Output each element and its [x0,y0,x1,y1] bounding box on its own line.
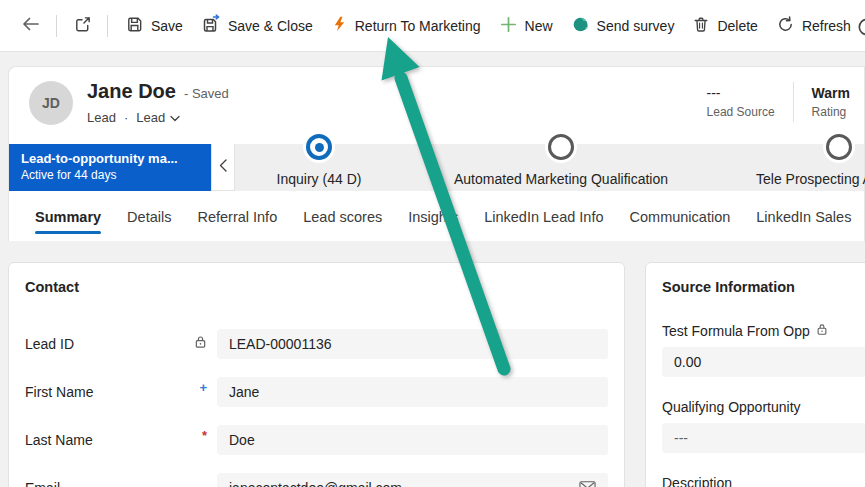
back-button[interactable] [14,9,48,43]
process-collapse-button[interactable] [211,144,235,191]
open-in-new-window-icon [73,15,92,37]
plus-icon [499,15,518,37]
save-label: Save [151,18,183,34]
save-and-close-button[interactable]: Save & Close [193,8,321,44]
lightning-bolt-icon [331,15,348,36]
process-status: Active for 44 days [21,168,199,182]
save-status: - Saved [184,86,229,101]
contact-section-title: Contact [25,279,608,295]
lock-icon [194,335,207,353]
source-information-section: Source Information Test Formula From Opp… [645,262,865,487]
save-icon [125,15,144,37]
description-label: Description [662,475,865,487]
tab-linkedin-sales[interactable]: LinkedIn Sales [756,191,851,242]
lead-id-field[interactable]: LEAD-00001136 [217,329,608,359]
tab-lead-scores[interactable]: Lead scores [303,191,382,242]
send-survey-label: Send survey [597,18,675,34]
send-survey-icon [571,15,590,37]
tab-details[interactable]: Details [127,191,171,242]
header-fields: --- Lead Source Warm Rating [689,82,865,122]
record-form: JD Jane Doe - Saved Lead · Lead [8,66,865,241]
entity-type-label: Lead [87,110,116,125]
trash-icon [692,15,710,37]
refresh-icon [776,15,795,37]
contact-section: Contact Lead ID LEAD-00001136 First Name… [8,262,625,487]
first-name-label: First Name [25,384,187,400]
save-and-close-label: Save & Close [228,18,313,34]
tab-insights[interactable]: Insights [408,191,458,242]
last-name-label: Last Name [25,432,187,448]
send-survey-button[interactable]: Send survey [563,8,683,44]
open-in-new-window-button[interactable] [65,9,99,43]
tab-linkedin-lead-info[interactable]: LinkedIn Lead Info [484,191,603,242]
lock-icon [816,323,828,339]
lead-source-stat[interactable]: --- Lead Source [689,85,793,119]
app-window: Save Save & Close Return To Marketing Ne… [0,0,865,487]
arrow-left-icon [21,14,41,37]
tab-referral-info[interactable]: Referral Info [197,191,277,242]
lead-source-value: --- [707,85,775,101]
toolbar-divider [107,15,108,37]
last-name-field[interactable]: Doe [217,425,608,455]
return-to-marketing-button[interactable]: Return To Marketing [323,8,489,44]
record-header: JD Jane Doe - Saved Lead · Lead [9,67,864,144]
rating-value: Warm [812,85,850,101]
delete-button[interactable]: Delete [684,8,765,44]
required-marker: * [202,429,207,442]
refresh-label: Refresh [802,18,851,34]
email-row: Email janecontactdoe@gmail.com [25,473,608,487]
process-name-box[interactable]: Lead-to-opportunity ma... Active for 44 … [9,144,211,191]
command-bar: Save Save & Close Return To Marketing Ne… [0,0,865,52]
business-recommended-marker: + [199,381,207,394]
tab-communication[interactable]: Communication [630,191,731,242]
stage-label-tele-prospecting[interactable]: Tele Prospecting A [756,171,865,187]
stage-indicator-automated-marketing-qualification[interactable] [548,134,574,160]
save-and-close-icon [201,14,221,37]
email-icon[interactable] [579,480,596,487]
lead-source-label: Lead Source [707,105,775,119]
stage-label-inquiry[interactable]: Inquiry (44 D) [277,171,362,187]
clipped-command-icon[interactable] [856,16,865,42]
lead-id-row: Lead ID LEAD-00001136 [25,329,608,359]
test-formula-field[interactable]: 0.00 [662,347,865,377]
avatar: JD [29,81,73,125]
return-to-marketing-label: Return To Marketing [355,18,481,34]
chevron-left-icon [219,159,227,175]
new-label: New [525,18,553,34]
stage-indicator-inquiry[interactable] [306,134,332,160]
form-tabs: Summary Details Referral Info Lead score… [9,191,864,242]
rating-label: Rating [812,105,850,119]
business-process-flow: Lead-to-opportunity ma... Active for 44 … [9,144,864,191]
first-name-field[interactable]: Jane [217,377,608,407]
record-title: Jane Doe [87,80,176,103]
email-field[interactable]: janecontactdoe@gmail.com [217,473,608,487]
form-selector[interactable]: Lead [136,110,180,125]
first-name-row: First Name + Jane [25,377,608,407]
separator-dot: · [124,110,128,125]
form-selector-label: Lead [136,110,165,125]
save-button[interactable]: Save [117,8,191,44]
stage-indicator-tele-prospecting[interactable] [826,134,852,160]
refresh-button[interactable]: Refresh [768,8,859,44]
chevron-down-icon [170,110,180,125]
source-section-title: Source Information [662,279,865,295]
email-label: Email [25,480,187,487]
qualifying-opportunity-field[interactable]: --- [662,423,865,453]
process-name: Lead-to-opportunity ma... [21,151,199,166]
new-button[interactable]: New [491,8,561,44]
stage-label-automated-marketing-qualification[interactable]: Automated Marketing Qualification [454,171,668,187]
last-name-row: Last Name * Doe [25,425,608,455]
tab-summary[interactable]: Summary [35,191,101,242]
test-formula-label-row: Test Formula From Opp [662,323,865,339]
toolbar-divider [56,15,57,37]
rating-stat[interactable]: Warm Rating [794,85,865,119]
delete-label: Delete [717,18,757,34]
qualifying-opportunity-label: Qualifying Opportunity [662,399,865,415]
lead-id-label: Lead ID [25,336,187,352]
